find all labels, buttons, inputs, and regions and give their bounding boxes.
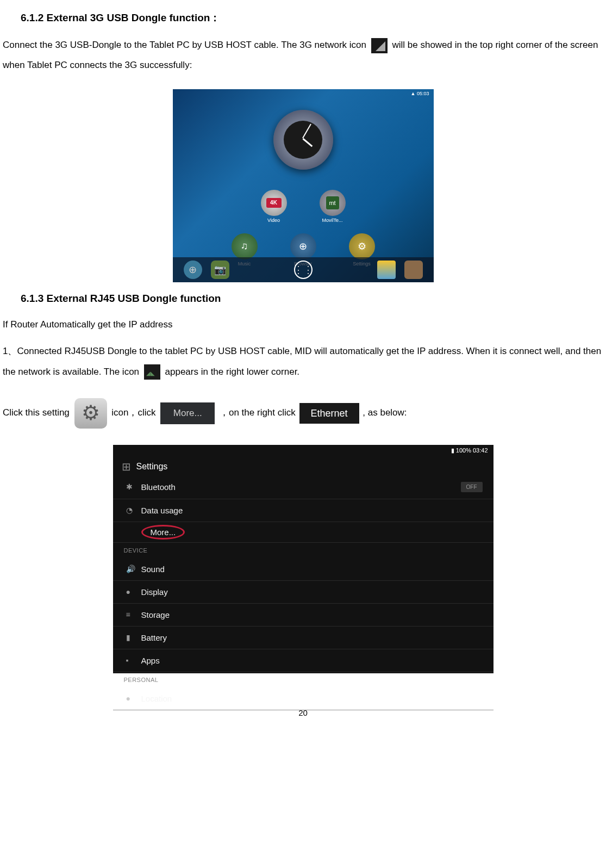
heading-3g: 6.1.2 External 3G USB Dongle function： [21, 11, 606, 25]
text-rj45-post: appears in the right lower corner. [165, 367, 300, 377]
heading-rj45: 6.1.3 External RJ45 USB Dongle function [21, 293, 606, 305]
item-bluetooth: Bluetooth OFF [113, 475, 493, 499]
list-item-1: 1、Connected RJ45USB Dongle to the tablet… [3, 341, 603, 382]
clock-widget [273, 110, 333, 170]
dock-apps-icon: ⋮⋮ [294, 261, 313, 279]
para-3g-dongle: Connect the 3G USB-Dongle to the Tablet … [3, 35, 603, 76]
item-sound: Sound [113, 558, 493, 581]
item-display: Display [113, 581, 493, 604]
click-text-1: Click this setting [3, 407, 72, 418]
ethernet-status-icon [144, 364, 160, 380]
bluetooth-toggle: OFF [461, 482, 483, 492]
text-rj45-pre: 1、Connected RJ45USB Dongle to the tablet… [3, 346, 601, 376]
status-bar: ▲ 05:03 [407, 89, 434, 98]
item-battery: Battery [113, 627, 493, 649]
dock-gallery-icon [377, 261, 396, 279]
sub-rj45: If Router Automatically get the IP addre… [3, 314, 603, 334]
item-more: More... [113, 522, 493, 543]
app-movilte: mt MovilTe... [320, 190, 346, 223]
settings-app-icon [74, 398, 107, 429]
dock-misc-icon [404, 261, 423, 279]
status-bar-settings: ▮ 100% 03:42 [446, 445, 493, 456]
app-video: 4K Video [261, 190, 287, 223]
item-storage: Storage [113, 604, 493, 627]
click-text-4: , as below: [363, 407, 407, 418]
item-data-usage: Data usage [113, 499, 493, 522]
ethernet-button-icon: Ethernet [299, 403, 359, 424]
dock-camera-icon: 📷 [211, 261, 229, 279]
more-button-icon: More... [160, 402, 215, 424]
dock-bar: ⊕ 📷 ⋮⋮ [173, 257, 434, 282]
section-device: DEVICE [113, 543, 493, 558]
dock-browser-icon: ⊕ [184, 261, 202, 279]
3g-signal-icon [371, 38, 388, 53]
settings-header: Settings [113, 456, 493, 478]
click-instruction: Click this setting icon，click More... ，o… [3, 398, 603, 429]
text-3g-pre: Connect the 3G USB-Dongle to the Tablet … [3, 40, 369, 50]
click-text-3: ，on the right click [220, 407, 296, 418]
item-apps: Apps [113, 649, 493, 672]
item-location: Location [113, 687, 493, 710]
section-personal: PERSONAL [113, 672, 493, 687]
screenshot-tablet-home: ▲ 05:03 4K Video mt MovilTe... ♫ Music ⊕… [0, 89, 606, 284]
screenshot-settings: ▮ 100% 03:42 Settings Bluetooth OFF Data… [0, 445, 606, 675]
click-text-2: icon，click [111, 407, 158, 418]
